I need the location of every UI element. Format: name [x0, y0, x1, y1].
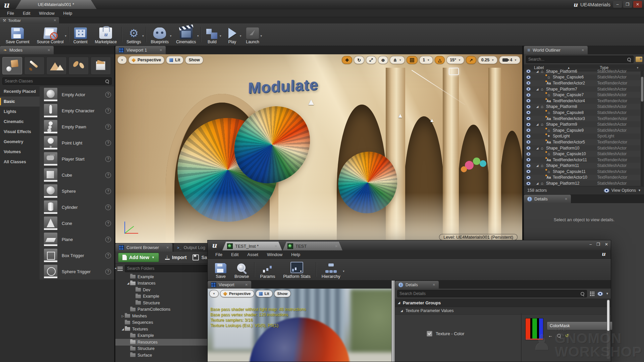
- material-details-tab[interactable]: i Details ✕: [395, 281, 439, 289]
- outliner-row-textrenderactor5[interactable]: AaTextRenderActor5TextRenderActor: [524, 139, 640, 145]
- menu-window[interactable]: Window: [35, 9, 59, 17]
- visibility-eye-icon[interactable]: [526, 176, 531, 179]
- mode-button-paint-mode-icon[interactable]: [24, 57, 45, 75]
- outliner-row-textrenderactor10[interactable]: AaTextRenderActor10TextRenderActor: [524, 175, 640, 181]
- splitter-handle[interactable]: [391, 281, 395, 362]
- viewport-options-button[interactable]: ▼: [209, 290, 219, 297]
- material-viewport-tab-close-icon[interactable]: ✕: [245, 283, 248, 287]
- help-icon[interactable]: ?: [105, 253, 111, 258]
- placeable-item-empty-actor[interactable]: Empty Actor?: [40, 86, 114, 103]
- visibility-eye-icon[interactable]: [526, 140, 531, 144]
- menu-file[interactable]: File: [3, 9, 18, 17]
- help-icon[interactable]: ?: [105, 156, 111, 162]
- cinematics-button[interactable]: Cinematics▼: [172, 24, 200, 45]
- help-icon[interactable]: ?: [105, 269, 111, 275]
- surface-snap-button[interactable]: ⋔▼: [390, 56, 405, 64]
- visibility-eye-icon[interactable]: [526, 170, 531, 174]
- category-visual-effects[interactable]: Visual Effects: [0, 127, 40, 137]
- perspective-button[interactable]: Perspective: [220, 290, 254, 297]
- viewport-options-button[interactable]: ▼: [117, 56, 127, 64]
- menu-edit[interactable]: Edit: [18, 9, 35, 17]
- folder-resources[interactable]: Resources: [115, 339, 209, 346]
- mode-button-landscape-mode-icon[interactable]: [46, 57, 67, 75]
- chevron-down-icon[interactable]: ▼: [260, 35, 263, 38]
- texture-thumbnail[interactable]: [525, 318, 543, 340]
- expanded-arrow-icon[interactable]: ◢: [535, 70, 539, 73]
- details-tab-close-icon[interactable]: ✕: [565, 197, 568, 201]
- outliner-row-shape-capsule7[interactable]: ⌂Shape_Capsule7StaticMeshActor: [524, 92, 640, 98]
- visibility-eye-icon[interactable]: [526, 146, 531, 150]
- grid-snap-value-button[interactable]: 1▼: [419, 56, 433, 64]
- visibility-eye-icon[interactable]: [526, 164, 531, 168]
- viewport-tab[interactable]: Viewport 1 ✕: [115, 46, 166, 54]
- outliner-row-shape-capsule9[interactable]: ⌂Shape_Capsule9StaticMeshActor: [524, 127, 640, 133]
- material-menu-file[interactable]: File: [211, 250, 227, 258]
- outliner-tab-close-icon[interactable]: ✕: [582, 48, 584, 52]
- visibility-eye-icon[interactable]: [526, 93, 531, 97]
- column-divider[interactable]: [521, 313, 522, 362]
- placeable-item-empty-pawn[interactable]: Empty Pawn?: [40, 119, 114, 135]
- scale-snap-value-button[interactable]: 0.25▼: [478, 56, 497, 64]
- modes-tab[interactable]: ❧ Modes ✕: [0, 46, 54, 54]
- material-tab-test[interactable]: TEST✕: [283, 242, 342, 250]
- mode-button-place-mode-icon[interactable]: [2, 57, 22, 75]
- lit-button[interactable]: Lit: [256, 290, 273, 297]
- mode-button-foliage-mode-icon[interactable]: [68, 57, 89, 75]
- placeable-item-cylinder[interactable]: Cylinder?: [40, 199, 114, 215]
- platform-stats-button[interactable]: Platform Stats: [279, 259, 315, 280]
- source-control-button[interactable]: Source Control▼: [33, 24, 67, 45]
- chevron-down-icon[interactable]: ▼: [219, 35, 222, 38]
- add-new-button[interactable]: Add New ▼: [118, 253, 159, 262]
- help-icon[interactable]: ?: [105, 221, 111, 226]
- play-button[interactable]: Play▼: [222, 24, 242, 45]
- chevron-down-icon[interactable]: ▼: [239, 35, 242, 38]
- details-tab[interactable]: i Details ✕: [524, 195, 571, 203]
- placeable-item-sphere-trigger[interactable]: Sphere Trigger?: [40, 263, 114, 280]
- outliner-row-shape-platform6[interactable]: ◢⌂Shape_Platform6StaticMeshActor: [524, 68, 640, 74]
- visibility-eye-icon[interactable]: [526, 87, 531, 91]
- params-button[interactable]: Params: [256, 259, 279, 280]
- help-icon[interactable]: ?: [105, 108, 111, 114]
- chevron-down-icon[interactable]: ▼: [142, 35, 145, 38]
- visibility-eye-icon[interactable]: [526, 105, 531, 109]
- category-volumes[interactable]: Volumes: [0, 147, 40, 157]
- category-recently-placed[interactable]: Recently Placed: [0, 86, 40, 97]
- outliner-search-input[interactable]: Search...: [526, 56, 634, 63]
- save-current-button[interactable]: Save Current: [2, 24, 33, 45]
- visibility-eye-icon[interactable]: [526, 182, 531, 185]
- expanded-arrow-icon[interactable]: ◢: [126, 282, 130, 285]
- menu-help[interactable]: Help: [59, 9, 77, 17]
- placeable-item-player-start[interactable]: Player Start?: [40, 151, 114, 167]
- world-outliner-tab[interactable]: ≣ World Outliner ✕: [524, 46, 588, 54]
- outliner-row-shape-platform7[interactable]: ◢⌂Shape_Platform7StaticMeshActor: [524, 86, 640, 92]
- visibility-eye-icon[interactable]: [526, 152, 531, 156]
- material-preview-scene[interactable]: Base pass shader without light map: 48 i…: [208, 289, 391, 362]
- material-menu-edit[interactable]: Edit: [227, 250, 243, 258]
- expanded-arrow-icon[interactable]: ◢: [535, 105, 539, 108]
- outliner-row-shape-platform11[interactable]: ◢⌂Shape_Platform11StaticMeshActor: [524, 163, 640, 169]
- material-window-titlebar[interactable]: u TEST_Inst *✕TEST✕ – ❐ ✕: [208, 240, 611, 250]
- settings-button[interactable]: Settings▼: [123, 24, 145, 45]
- outliner-row-shape-capsule8[interactable]: ⌂Shape_Capsule8StaticMeshActor: [524, 110, 640, 116]
- close-button[interactable]: ✕: [633, 1, 642, 8]
- visibility-eye-icon[interactable]: [526, 81, 531, 85]
- help-icon[interactable]: ?: [105, 140, 111, 146]
- minimize-button[interactable]: –: [613, 1, 622, 8]
- move-tool-button[interactable]: ✥: [342, 56, 352, 64]
- visibility-eye-icon[interactable]: [526, 117, 531, 120]
- outliner-row-textrenderactor2[interactable]: AaTextRenderActor2TextRenderActor: [524, 80, 640, 86]
- visibility-eye-icon[interactable]: [526, 69, 531, 73]
- rotation-snap-value-button[interactable]: 15°▼: [446, 56, 464, 64]
- texture-color-checkbox[interactable]: [427, 331, 432, 337]
- launch-button[interactable]: Launch▼: [242, 24, 263, 45]
- camera-speed-button[interactable]: 4▼: [499, 56, 520, 64]
- find-in-browser-icon[interactable]: [557, 334, 561, 338]
- marketplace-button[interactable]: Marketplace: [91, 24, 120, 45]
- toolbar-tab[interactable]: ⚒ Toolbar ✕: [0, 17, 59, 23]
- outliner-row-shape-platform12[interactable]: ◢⌂Shape_Platform12StaticMeshActor: [524, 180, 640, 186]
- chevron-down-icon[interactable]: ▼: [606, 292, 609, 295]
- placeable-item-plane[interactable]: Plane?: [40, 231, 114, 247]
- help-icon[interactable]: ?: [105, 172, 111, 178]
- expanded-arrow-icon[interactable]: ◢: [535, 146, 539, 150]
- material-details-tab-close-icon[interactable]: ✕: [433, 283, 435, 287]
